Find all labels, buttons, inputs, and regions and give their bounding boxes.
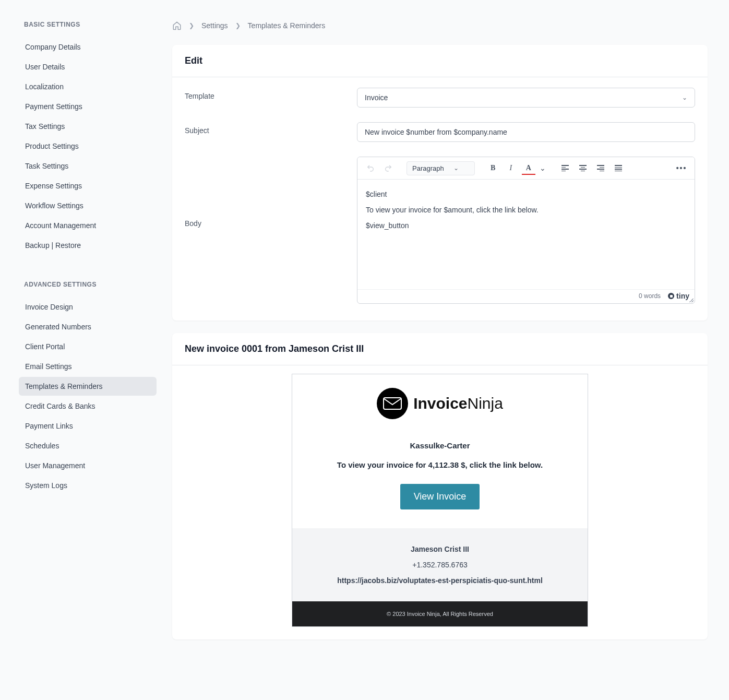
sidebar-heading-basic: BASIC SETTINGS xyxy=(19,21,157,28)
envelope-icon xyxy=(377,388,408,419)
label-subject: Subject xyxy=(185,122,357,135)
editor-footer: 0 words tiny xyxy=(357,289,695,303)
view-invoice-button[interactable]: View Invoice xyxy=(400,484,480,509)
template-select[interactable]: Invoice ⌄ xyxy=(357,88,695,108)
preview-amount-line: To view your invoice for 4,112.38 $, cli… xyxy=(305,460,575,469)
preview-logo: InvoiceNinja xyxy=(377,388,503,419)
body-line: To view your invoice for $amount, click … xyxy=(366,203,686,217)
preview-contact: Jameson Crist III +1.352.785.6763 https:… xyxy=(292,528,588,601)
resize-handle[interactable] xyxy=(688,297,694,302)
chevron-down-icon: ⌄ xyxy=(682,94,687,101)
align-center-button[interactable] xyxy=(575,160,591,176)
text-color-dropdown[interactable]: ⌄ xyxy=(539,160,547,176)
preview-title: New invoice 0001 from Jameson Crist III xyxy=(185,343,695,354)
sidebar-item-schedules[interactable]: Schedules xyxy=(19,436,157,455)
sidebar-item-tax-settings[interactable]: Tax Settings xyxy=(19,117,157,136)
chevron-right-icon: ❯ xyxy=(189,22,194,29)
svg-rect-0 xyxy=(384,398,401,409)
sidebar-item-product-settings[interactable]: Product Settings xyxy=(19,137,157,156)
bold-button[interactable]: B xyxy=(485,160,501,176)
sidebar-item-client-portal[interactable]: Client Portal xyxy=(19,337,157,356)
sidebar-item-localization[interactable]: Localization xyxy=(19,77,157,96)
sidebar-item-task-settings[interactable]: Task Settings xyxy=(19,157,157,175)
email-preview: InvoiceNinja Kassulke-Carter To view you… xyxy=(292,374,588,627)
page-title: Edit xyxy=(185,55,695,66)
sidebar-item-invoice-design[interactable]: Invoice Design xyxy=(19,298,157,316)
sidebar-item-workflow-settings[interactable]: Workflow Settings xyxy=(19,196,157,215)
breadcrumb-settings[interactable]: Settings xyxy=(201,21,228,30)
sidebar-item-system-logs[interactable]: System Logs xyxy=(19,476,157,495)
body-line: $view_button xyxy=(366,218,686,233)
tiny-icon xyxy=(668,293,674,299)
preview-panel: New invoice 0001 from Jameson Crist III … xyxy=(172,333,708,639)
body-editor: Paragraph ⌄ B I A ⌄ xyxy=(357,157,695,304)
sidebar-item-generated-numbers[interactable]: Generated Numbers xyxy=(19,317,157,336)
sidebar-item-company-details[interactable]: Company Details xyxy=(19,38,157,56)
italic-button[interactable]: I xyxy=(503,160,519,176)
breadcrumb-templates-reminders[interactable]: Templates & Reminders xyxy=(248,21,326,30)
sidebar-item-backup-restore[interactable]: Backup | Restore xyxy=(19,236,157,255)
sidebar-item-email-settings[interactable]: Email Settings xyxy=(19,357,157,376)
format-select-value: Paragraph xyxy=(412,164,444,172)
subject-input[interactable] xyxy=(357,122,695,142)
sidebar-item-user-management[interactable]: User Management xyxy=(19,456,157,475)
edit-panel: Edit Template Invoice ⌄ Subject xyxy=(172,45,708,321)
tiny-logo[interactable]: tiny xyxy=(668,292,689,300)
settings-sidebar: BASIC SETTINGS Company Details User Deta… xyxy=(0,0,162,700)
sidebar-item-payment-links[interactable]: Payment Links xyxy=(19,417,157,435)
main-content: ❯ Settings ❯ Templates & Reminders Edit … xyxy=(162,0,728,700)
word-count: 0 words xyxy=(639,292,661,300)
align-justify-button[interactable] xyxy=(611,160,626,176)
format-select[interactable]: Paragraph ⌄ xyxy=(407,161,475,175)
label-template: Template xyxy=(185,88,357,100)
sidebar-item-expense-settings[interactable]: Expense Settings xyxy=(19,176,157,195)
contact-phone: +1.352.785.6763 xyxy=(305,561,575,569)
preview-copyright: © 2023 Invoice Ninja, All Rights Reserve… xyxy=(292,601,588,626)
template-select-value: Invoice xyxy=(365,93,388,102)
sidebar-item-user-details[interactable]: User Details xyxy=(19,57,157,76)
editor-content[interactable]: $client To view your invoice for $amount… xyxy=(357,180,695,289)
sidebar-item-account-management[interactable]: Account Management xyxy=(19,216,157,235)
body-line: $client xyxy=(366,187,686,201)
chevron-down-icon: ⌄ xyxy=(453,164,459,172)
contact-name: Jameson Crist III xyxy=(305,545,575,553)
preview-client-name: Kassulke-Carter xyxy=(305,441,575,450)
sidebar-heading-advanced: ADVANCED SETTINGS xyxy=(19,281,157,288)
undo-button[interactable] xyxy=(363,160,378,176)
home-icon[interactable] xyxy=(172,21,182,30)
sidebar-item-payment-settings[interactable]: Payment Settings xyxy=(19,97,157,116)
redo-button[interactable] xyxy=(380,160,396,176)
more-options-button[interactable]: ••• xyxy=(674,160,689,176)
logo-text: InvoiceNinja xyxy=(413,395,503,412)
contact-url: https://jacobs.biz/voluptates-est-perspi… xyxy=(305,576,575,585)
sidebar-item-credit-cards-banks[interactable]: Credit Cards & Banks xyxy=(19,397,157,416)
align-right-button[interactable] xyxy=(593,160,608,176)
editor-toolbar: Paragraph ⌄ B I A ⌄ xyxy=(357,157,695,180)
text-color-button[interactable]: A xyxy=(521,160,536,176)
breadcrumb: ❯ Settings ❯ Templates & Reminders xyxy=(172,21,708,30)
label-body: Body xyxy=(185,157,357,228)
align-left-button[interactable] xyxy=(557,160,573,176)
chevron-right-icon: ❯ xyxy=(235,22,241,29)
sidebar-item-templates-reminders[interactable]: Templates & Reminders xyxy=(19,377,157,396)
